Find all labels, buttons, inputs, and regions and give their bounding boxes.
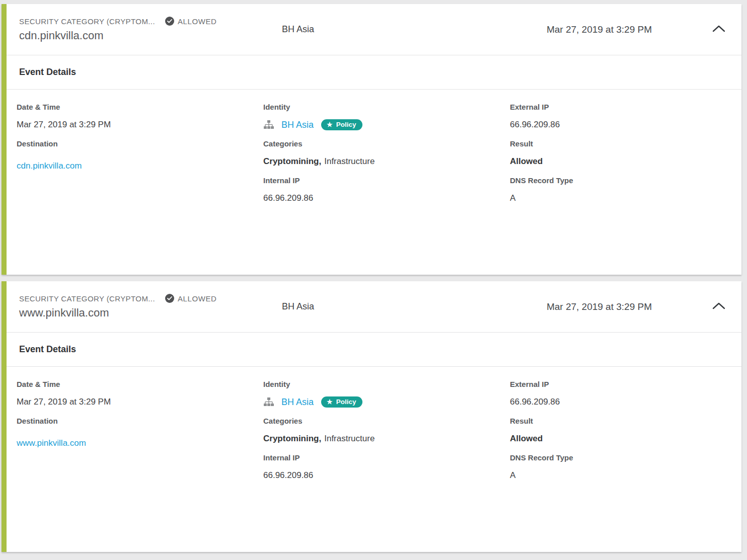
dns-record-type-field: DNS Record Type A (510, 453, 741, 481)
field-value: Mar 27, 2019 at 3:29 PM (17, 396, 263, 408)
dns-record-type-field: DNS Record Type A (510, 176, 741, 204)
external-ip-field: External IP 66.96.209.86 (510, 103, 741, 130)
section-title-row: Event Details (7, 55, 741, 90)
security-category-label: SECURITY CATEGORY (CRYPTOM... (19, 17, 155, 26)
field-label: Categories (263, 417, 510, 425)
field-value: A (510, 193, 741, 204)
chevron-up-icon (712, 25, 725, 34)
date-time-field: Date & Time Mar 27, 2019 at 3:29 PM (17, 380, 263, 408)
policy-badge[interactable]: ★ Policy (321, 396, 362, 408)
details-column-left: Date & Time Mar 27, 2019 at 3:29 PM Dest… (17, 380, 263, 552)
event-domain: cdn.pinkvilla.com (19, 29, 282, 42)
section-title-row: Event Details (7, 333, 741, 367)
collapse-button[interactable] (711, 22, 726, 37)
event-card-header: SECURITY CATEGORY (CRYPTOM... ALLOWED cd… (7, 4, 741, 55)
category-primary: Cryptomining, (263, 434, 321, 443)
event-details-grid: Date & Time Mar 27, 2019 at 3:29 PM Dest… (7, 367, 741, 552)
status-badge: ALLOWED (165, 294, 217, 303)
destination-field: Destination cdn.pinkvilla.com (17, 139, 263, 171)
internal-ip-field: Internal IP 66.96.209.86 (263, 176, 510, 204)
star-icon: ★ (327, 398, 333, 405)
field-label: Categories (263, 139, 510, 148)
policy-badge-label: Policy (336, 398, 356, 406)
field-label: Result (510, 417, 741, 425)
status-badge: ALLOWED (165, 17, 217, 26)
section-title: Event Details (19, 344, 76, 355)
field-label: External IP (510, 103, 741, 111)
destination-link[interactable]: www.pinkvilla.com (17, 438, 86, 448)
chevron-up-icon (712, 302, 725, 311)
identity-field: Identity BH Asia ★ Policy (263, 380, 510, 408)
details-column-middle: Identity BH Asia ★ Policy Categories Cry… (263, 103, 510, 275)
details-column-middle: Identity BH Asia ★ Policy Categories Cry… (263, 380, 510, 552)
destination-link[interactable]: cdn.pinkvilla.com (17, 161, 82, 171)
field-label: Identity (263, 103, 510, 111)
details-column-right: External IP 66.96.209.86 Result Allowed … (510, 380, 741, 552)
field-label: External IP (510, 380, 741, 388)
categories-field: Categories Cryptomining,Infrastructure (263, 139, 510, 167)
policy-badge[interactable]: ★ Policy (321, 119, 362, 130)
field-label: Result (510, 139, 741, 148)
field-label: DNS Record Type (510, 453, 741, 462)
security-category-label: SECURITY CATEGORY (CRYPTOM... (19, 294, 155, 303)
field-value: Allowed (510, 433, 741, 444)
sitemap-icon (263, 397, 274, 407)
field-value: Mar 27, 2019 at 3:29 PM (17, 119, 263, 130)
field-value: Allowed (510, 156, 741, 167)
status-label: ALLOWED (178, 17, 217, 26)
field-value: 66.96.209.86 (510, 119, 741, 130)
details-column-left: Date & Time Mar 27, 2019 at 3:29 PM Dest… (17, 103, 263, 275)
category-secondary: Infrastructure (324, 156, 375, 166)
star-icon: ★ (327, 121, 333, 128)
collapse-button[interactable] (711, 299, 726, 314)
field-label: Identity (263, 380, 510, 388)
event-card: SECURITY CATEGORY (CRYPTOM... ALLOWED cd… (2, 4, 741, 275)
field-label: Destination (17, 139, 263, 148)
identity-field: Identity BH Asia ★ Policy (263, 103, 510, 130)
event-summary: SECURITY CATEGORY (CRYPTOM... ALLOWED cd… (19, 17, 282, 42)
event-summary: SECURITY CATEGORY (CRYPTOM... ALLOWED ww… (19, 294, 282, 319)
external-ip-field: External IP 66.96.209.86 (510, 380, 741, 408)
field-value: 66.96.209.86 (263, 470, 510, 481)
identity-link[interactable]: BH Asia (281, 397, 314, 408)
event-domain: www.pinkvilla.com (19, 306, 282, 319)
field-label: Internal IP (263, 176, 510, 185)
field-value: 66.96.209.86 (510, 396, 741, 408)
field-label: Date & Time (17, 380, 263, 388)
check-circle-icon (165, 294, 174, 303)
event-card: SECURITY CATEGORY (CRYPTOM... ALLOWED ww… (2, 281, 741, 552)
field-label: Destination (17, 417, 263, 425)
header-timestamp: Mar 27, 2019 at 3:29 PM (547, 24, 652, 35)
result-field: Result Allowed (510, 417, 741, 444)
category-primary: Cryptomining, (263, 156, 321, 166)
policy-badge-label: Policy (336, 121, 356, 128)
details-column-right: External IP 66.96.209.86 Result Allowed … (510, 103, 741, 275)
result-field: Result Allowed (510, 139, 741, 167)
status-label: ALLOWED (178, 294, 217, 303)
category-secondary: Infrastructure (324, 434, 375, 443)
field-value: 66.96.209.86 (263, 193, 510, 204)
section-title: Event Details (19, 67, 76, 77)
field-value: A (510, 470, 741, 481)
field-label: Internal IP (263, 453, 510, 462)
field-label: DNS Record Type (510, 176, 741, 185)
field-label: Date & Time (17, 103, 263, 111)
destination-field: Destination www.pinkvilla.com (17, 417, 263, 448)
header-identity: BH Asia (282, 24, 314, 35)
sitemap-icon (263, 120, 274, 129)
event-details-grid: Date & Time Mar 27, 2019 at 3:29 PM Dest… (7, 90, 741, 275)
date-time-field: Date & Time Mar 27, 2019 at 3:29 PM (17, 103, 263, 130)
categories-field: Categories Cryptomining,Infrastructure (263, 417, 510, 444)
check-circle-icon (165, 17, 174, 26)
identity-link[interactable]: BH Asia (281, 120, 314, 130)
event-card-header: SECURITY CATEGORY (CRYPTOM... ALLOWED ww… (7, 281, 741, 333)
header-timestamp: Mar 27, 2019 at 3:29 PM (547, 301, 652, 312)
header-identity: BH Asia (282, 301, 314, 312)
internal-ip-field: Internal IP 66.96.209.86 (263, 453, 510, 481)
